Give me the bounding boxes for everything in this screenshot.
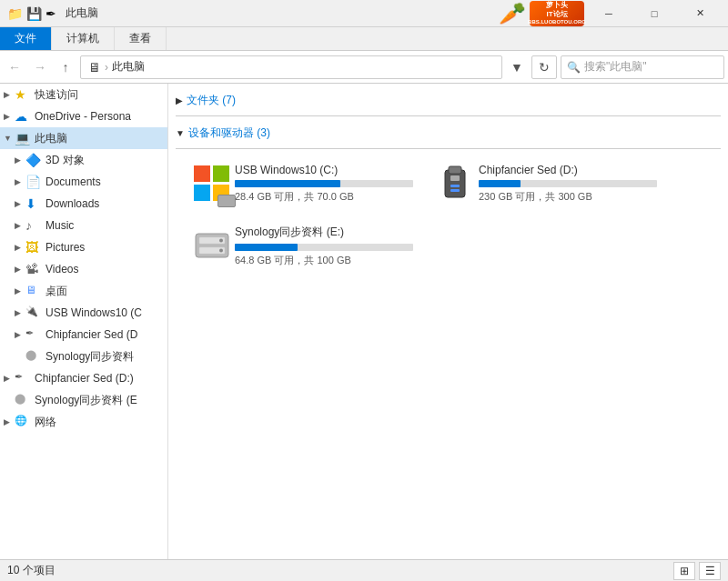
- back-button[interactable]: ←: [4, 56, 25, 78]
- status-bar-right: ⊞ ☰: [673, 562, 721, 580]
- minimize-button[interactable]: ─: [588, 0, 630, 27]
- expand-icon-chip-d: ▶: [15, 330, 25, 339]
- expand-icon-this-pc: ▼: [4, 134, 15, 143]
- svg-rect-7: [450, 185, 460, 187]
- search-box[interactable]: 🔍 搜索"此电脑": [561, 55, 724, 79]
- sidebar-label-documents: Documents: [46, 175, 101, 188]
- drive-c-bar-fill: [235, 180, 340, 187]
- synology-e-icon: ⬤: [25, 349, 42, 364]
- sidebar-item-chipfancier-d[interactable]: ▶ ✒ Chipfancier Sed (D: [0, 324, 167, 346]
- address-dropdown-button[interactable]: ▼: [506, 56, 528, 78]
- pictures-icon: 🖼: [25, 240, 42, 255]
- title-bar: 📁 💾 ✒ 此电脑 🥕 萝卜头 IT论坛 BBS.LUOBOTOU.ORG ─ …: [0, 0, 728, 27]
- sidebar-item-synology-e2[interactable]: ▶ ⬤ Synology同步资料 (E: [0, 389, 167, 411]
- drive-d-icon: [438, 163, 474, 205]
- drive-c-size: 28.4 GB 可用，共 70.0 GB: [235, 190, 413, 204]
- usb-c-icon: 🔌: [25, 306, 42, 320]
- sidebar-item-desktop[interactable]: ▶ 🖥 桌面: [0, 280, 167, 302]
- ribbon-tabs: 文件 计算机 查看: [0, 27, 728, 51]
- expand-icon-pictures: ▶: [15, 243, 25, 252]
- logo-mascot-icon: 🥕: [499, 1, 526, 26]
- this-pc-address-icon: 🖥: [88, 60, 101, 75]
- view-large-icons-button[interactable]: ⊞: [673, 562, 695, 580]
- drive-item-d[interactable]: Chipfancier Sed (D:) 230 GB 可用，共 300 GB: [427, 156, 663, 211]
- drives-section-header[interactable]: ▼ 设备和驱动器 (3): [176, 124, 721, 143]
- drive-item-c[interactable]: USB Windows10 (C:) 28.4 GB 可用，共 70.0 GB: [183, 156, 420, 211]
- synology-e2-icon: ⬤: [15, 393, 31, 407]
- logo-image: 萝卜头 IT论坛 BBS.LUOBOTOU.ORG: [530, 1, 584, 26]
- drive-e-icon: [192, 225, 232, 267]
- refresh-button[interactable]: ↻: [531, 55, 557, 79]
- drive-c-info: USB Windows10 (C:) 28.4 GB 可用，共 70.0 GB: [235, 164, 413, 204]
- folder-section-header[interactable]: ▶ 文件夹 (7): [176, 91, 721, 110]
- onedrive-icon: ☁: [15, 109, 31, 124]
- folder-divider: [176, 115, 721, 116]
- svg-point-13: [219, 249, 223, 253]
- view-list-button[interactable]: ☰: [699, 562, 721, 580]
- sidebar-item-videos[interactable]: ▶ 📽 Videos: [0, 258, 167, 280]
- expand-icon-network: ▶: [4, 417, 15, 426]
- forward-button[interactable]: →: [29, 56, 51, 78]
- sidebar-item-quick-access[interactable]: ▶ ★ 快速访问: [0, 84, 167, 105]
- maximize-button[interactable]: □: [633, 0, 675, 27]
- sidebar-label-pictures: Pictures: [46, 241, 85, 254]
- folder-section-chevron: ▶: [176, 95, 183, 105]
- address-bar: ← → ↑ 🖥 › 此电脑 ▼ ↻ 🔍 搜索"此电脑": [0, 51, 728, 84]
- tab-computer[interactable]: 计算机: [52, 27, 115, 50]
- content-area: ▶ 文件夹 (7) ▼ 设备和驱动器 (3): [168, 84, 728, 559]
- sidebar-item-synology-e[interactable]: ▶ ⬤ Synology同步资料: [0, 346, 167, 367]
- sidebar-item-downloads[interactable]: ▶ ⬇ Downloads: [0, 193, 167, 215]
- documents-icon: 📄: [25, 175, 42, 189]
- logo-area: 🥕 萝卜头 IT论坛 BBS.LUOBOTOU.ORG: [499, 1, 584, 26]
- drive-d-bar-fill: [479, 180, 521, 187]
- expand-icon-documents: ▶: [15, 177, 25, 186]
- drive-d-name: Chipfancier Sed (D:): [479, 164, 657, 176]
- search-placeholder: 搜索"此电脑": [584, 59, 647, 75]
- logo-text: 萝卜头 IT论坛 BBS.LUOBOTOU.ORG: [528, 1, 586, 25]
- sidebar-item-onedrive[interactable]: ▶ ☁ OneDrive - Persona: [0, 105, 167, 127]
- close-button[interactable]: ✕: [679, 0, 721, 27]
- svg-rect-8: [450, 189, 460, 192]
- sidebar-item-documents[interactable]: ▶ 📄 Documents: [0, 171, 167, 193]
- drive-item-e[interactable]: Synology同步资料 (E:) 64.8 GB 可用，共 100 GB: [183, 218, 420, 274]
- quick-access-icon2: ✒: [46, 6, 56, 21]
- drive-d-bar-bg: [479, 180, 657, 187]
- sidebar-item-3d-objects[interactable]: ▶ 🔷 3D 对象: [0, 149, 167, 171]
- sidebar-item-music[interactable]: ▶ ♪ Music: [0, 215, 167, 236]
- sidebar-label-usb-c: USB Windows10 (C: [46, 306, 142, 319]
- address-path-text: 此电脑: [112, 59, 145, 75]
- sidebar-item-network[interactable]: ▶ 🌐 网络: [0, 411, 167, 433]
- sidebar-label-desktop: 桌面: [46, 284, 67, 299]
- title-text: 此电脑: [66, 5, 98, 21]
- tab-view[interactable]: 查看: [115, 27, 167, 50]
- videos-icon: 📽: [25, 262, 42, 276]
- status-item-count: 10 个项目: [7, 563, 56, 578]
- quick-access-icon1: 💾: [26, 6, 42, 21]
- search-icon: 🔍: [567, 61, 581, 74]
- sidebar-item-this-pc[interactable]: ▼ 💻 此电脑: [0, 127, 167, 149]
- title-bar-left: 📁 💾 ✒ 此电脑: [7, 5, 98, 21]
- sidebar-item-usb-c[interactable]: ▶ 🔌 USB Windows10 (C: [0, 302, 167, 324]
- tab-file[interactable]: 文件: [0, 27, 52, 50]
- expand-icon-music: ▶: [15, 221, 25, 230]
- sidebar-label-chip-d2: Chipfancier Sed (D:): [35, 372, 134, 385]
- expand-icon-chip-d2: ▶: [4, 374, 15, 383]
- sidebar-item-pictures[interactable]: ▶ 🖼 Pictures: [0, 236, 167, 258]
- drive-e-icon-area: [189, 225, 235, 267]
- main-layout: ▶ ★ 快速访问 ▶ ☁ OneDrive - Persona ▼ 💻 此电脑 …: [0, 84, 728, 559]
- expand-icon-quick-access: ▶: [4, 90, 15, 99]
- sidebar-label-synology-e: Synology同步资料: [46, 349, 134, 365]
- address-path[interactable]: 🖥 › 此电脑: [80, 55, 502, 79]
- drive-c-name: USB Windows10 (C:): [235, 164, 413, 176]
- drive-e-name: Synology同步资料 (E:): [235, 225, 413, 240]
- up-button[interactable]: ↑: [55, 56, 76, 78]
- drive-c-icon: [192, 164, 232, 204]
- sidebar-label-synology-e2: Synology同步资料 (E: [35, 393, 137, 408]
- drives-section-chevron: ▼: [176, 128, 185, 138]
- svg-point-12: [219, 239, 223, 243]
- sidebar-item-chipfancier-d2[interactable]: ▶ ✒ Chipfancier Sed (D:): [0, 367, 167, 389]
- chipfancier-d2-icon: ✒: [15, 371, 31, 386]
- drive-e-size: 64.8 GB 可用，共 100 GB: [235, 254, 413, 267]
- drive-d-info: Chipfancier Sed (D:) 230 GB 可用，共 300 GB: [479, 164, 657, 204]
- drives-divider: [176, 148, 721, 149]
